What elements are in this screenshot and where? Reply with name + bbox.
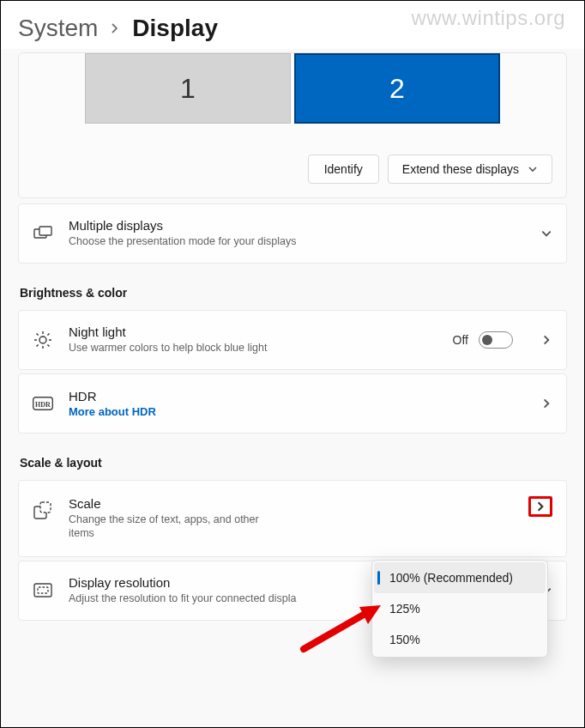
svg-line-8 xyxy=(47,344,49,346)
breadcrumb: System Display xyxy=(1,1,584,49)
multiple-displays-row[interactable]: Multiple displays Choose the presentatio… xyxy=(18,203,567,264)
hdr-icon: HDR xyxy=(33,397,53,410)
hdr-row[interactable]: HDR HDR More about HDR xyxy=(18,373,567,434)
svg-rect-16 xyxy=(38,587,48,593)
night-light-icon xyxy=(33,331,53,349)
extend-label: Extend these displays xyxy=(402,162,519,176)
night-light-sub: Use warmer colors to help block blue lig… xyxy=(69,341,437,355)
chevron-right-icon xyxy=(110,23,120,33)
night-light-title: Night light xyxy=(69,325,437,339)
svg-text:HDR: HDR xyxy=(35,401,51,409)
hdr-link[interactable]: More about HDR xyxy=(69,405,513,418)
display-arrangement-card: 1 2 Identify Extend these displays xyxy=(18,52,567,198)
multiple-displays-sub: Choose the presentation mode for your di… xyxy=(69,234,513,248)
multiple-displays-title: Multiple displays xyxy=(69,218,513,233)
svg-line-7 xyxy=(37,334,39,336)
svg-rect-15 xyxy=(34,584,51,597)
scale-section-title: Scale & layout xyxy=(20,456,567,470)
monitor-1[interactable]: 1 xyxy=(85,53,291,124)
svg-rect-14 xyxy=(40,502,51,513)
multiple-displays-icon xyxy=(33,226,53,241)
extend-displays-dropdown[interactable]: Extend these displays xyxy=(388,155,552,184)
svg-line-9 xyxy=(37,344,39,346)
scale-option-125[interactable]: 125% xyxy=(374,593,546,624)
identify-button[interactable]: Identify xyxy=(308,155,379,184)
breadcrumb-current: Display xyxy=(132,15,218,42)
scale-icon xyxy=(33,501,53,520)
hdr-title: HDR xyxy=(69,389,513,403)
chevron-right-icon[interactable] xyxy=(540,397,552,410)
annotation-highlight xyxy=(528,496,552,517)
scale-option-150[interactable]: 150% xyxy=(374,624,546,655)
scale-dropdown-popup: 100% (Recommended) 125% 150% xyxy=(371,560,548,658)
chevron-right-icon[interactable] xyxy=(540,334,552,346)
monitor-2[interactable]: 2 xyxy=(294,53,500,124)
chevron-down-icon xyxy=(540,228,552,240)
night-light-toggle[interactable] xyxy=(479,331,513,349)
scale-sub: Change the size of text, apps, and other… xyxy=(69,513,283,541)
scale-title: Scale xyxy=(69,496,283,511)
svg-rect-1 xyxy=(39,227,51,235)
scale-option-100[interactable]: 100% (Recommended) xyxy=(374,562,546,593)
night-light-state: Off xyxy=(453,333,468,347)
brightness-section-title: Brightness & color xyxy=(20,286,567,300)
resolution-icon xyxy=(33,581,53,600)
chevron-right-icon[interactable] xyxy=(534,500,546,513)
breadcrumb-parent[interactable]: System xyxy=(18,15,98,42)
chevron-down-icon xyxy=(528,164,538,174)
scale-row[interactable]: Scale Change the size of text, apps, and… xyxy=(18,480,567,557)
night-light-row[interactable]: Night light Use warmer colors to help bl… xyxy=(18,310,567,370)
svg-line-10 xyxy=(47,334,49,336)
